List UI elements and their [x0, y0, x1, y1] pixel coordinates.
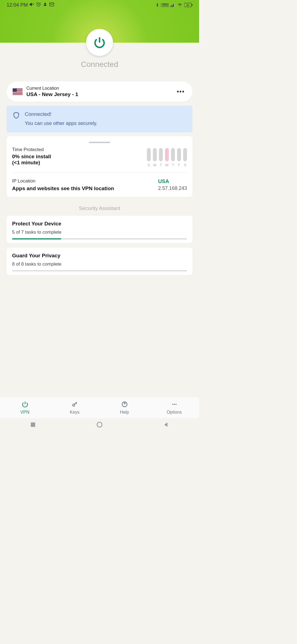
time-protected-value2: (<1 minute): [12, 160, 141, 166]
svg-rect-6: [173, 4, 174, 7]
battery-icon: 87: [184, 3, 193, 7]
nav-options[interactable]: Options: [149, 397, 199, 418]
ip-address: 2.57.168.243: [158, 185, 187, 191]
power-icon: [22, 401, 28, 409]
ip-location-label: IP Location: [12, 178, 153, 184]
mute-icon: [29, 2, 34, 8]
task-card[interactable]: Protect Your Device 5 of 7 tasks to comp…: [7, 216, 193, 243]
chart-bar: T: [159, 148, 163, 167]
chart-bar: S: [183, 148, 187, 167]
banner-subtitle: You can use other apps securely.: [25, 121, 97, 126]
bluetooth-icon: [155, 2, 159, 7]
svg-point-15: [175, 404, 177, 405]
task-title: Protect Your Device: [12, 221, 187, 227]
key-icon: [72, 401, 78, 409]
week-chart: SMTWTFS: [147, 148, 187, 167]
task-title: Guard Your Privacy: [12, 253, 187, 259]
vpn-icon: VPN: [161, 3, 169, 7]
chart-bar: T: [171, 148, 175, 167]
banner-title: Connected!: [25, 111, 97, 117]
power-icon: [94, 36, 106, 48]
task-card[interactable]: Guard Your Privacy 8 of 8 tasks to compl…: [7, 248, 193, 275]
back-button[interactable]: [163, 422, 169, 429]
svg-rect-7: [174, 3, 175, 7]
ip-location-desc: Apps and websites see this VPN location: [12, 185, 153, 192]
chart-bar: W: [165, 148, 169, 167]
wifi-icon: [177, 3, 183, 7]
svg-point-1: [44, 3, 46, 4]
connected-banner: Connected! You can use other apps secure…: [7, 106, 193, 132]
stats-card[interactable]: Time Protected 0% since install (<1 minu…: [7, 136, 193, 197]
progress-bar: [12, 270, 187, 271]
location-card[interactable]: Current Location USA - New Jersey - 1 ••…: [7, 81, 193, 102]
bottom-nav: VPNKeysHelpOptions: [0, 397, 199, 418]
more-icon: [171, 401, 178, 409]
chart-bar: F: [177, 148, 181, 167]
nav-vpn[interactable]: VPN: [0, 397, 50, 418]
svg-point-14: [174, 404, 175, 405]
more-icon[interactable]: •••: [175, 88, 186, 95]
gmail-icon: [49, 2, 54, 8]
connection-status: Connected: [0, 60, 199, 69]
progress-bar: [12, 238, 187, 239]
task-subtitle: 5 of 7 tasks to complete: [12, 230, 187, 235]
nav-label: Keys: [70, 410, 80, 415]
nav-label: VPN: [20, 410, 29, 415]
ip-country: USA: [158, 178, 187, 184]
chart-bar: M: [153, 148, 157, 167]
section-security-assistant: Security Assistant: [7, 205, 193, 211]
signal-icon: [170, 3, 175, 7]
nav-keys[interactable]: Keys: [50, 397, 100, 418]
location-value: USA - New Jersey - 1: [26, 91, 175, 97]
svg-rect-9: [192, 4, 193, 6]
drag-handle[interactable]: [89, 142, 110, 143]
time-protected-label: Time Protected: [12, 147, 141, 152]
svg-point-13: [172, 404, 173, 405]
nav-label: Help: [120, 410, 129, 415]
power-button[interactable]: [86, 29, 113, 56]
svg-rect-4: [170, 6, 171, 7]
svg-text:87: 87: [186, 4, 189, 7]
task-subtitle: 8 of 8 tasks to complete: [12, 261, 187, 267]
svg-rect-16: [31, 422, 35, 427]
svg-rect-5: [172, 5, 173, 7]
nav-label: Options: [167, 410, 182, 415]
app-icon: [43, 2, 48, 8]
system-nav: [0, 418, 199, 432]
status-time: 12:04 PM: [7, 2, 28, 8]
status-bar: 12:04 PM VPN 87: [0, 0, 199, 10]
help-icon: [121, 401, 128, 409]
home-button[interactable]: [96, 421, 103, 429]
nav-help[interactable]: Help: [100, 397, 149, 418]
svg-rect-2: [44, 4, 46, 6]
recent-apps-button[interactable]: [30, 422, 36, 429]
time-protected-value1: 0% since install: [12, 154, 141, 160]
flag-icon: [13, 88, 23, 95]
svg-point-17: [97, 422, 102, 427]
shield-icon: [13, 111, 20, 126]
alarm-icon: [36, 2, 41, 8]
chart-bar: S: [147, 148, 151, 167]
location-label: Current Location: [26, 86, 175, 91]
